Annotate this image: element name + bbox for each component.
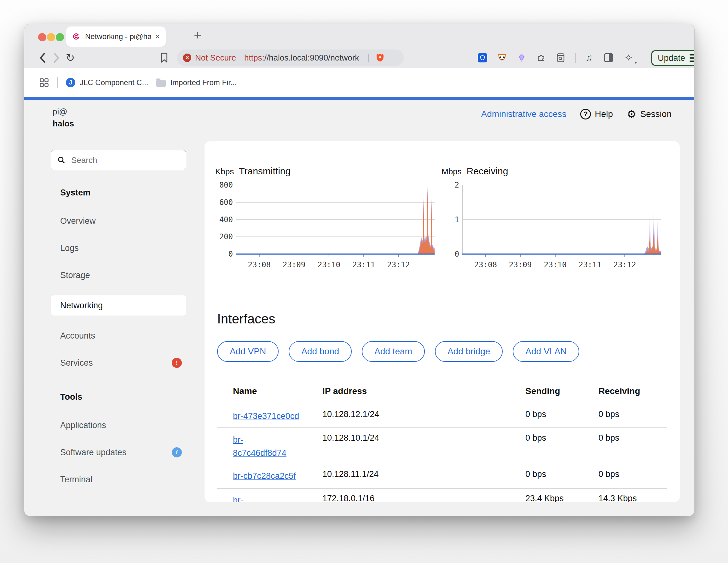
interface-link[interactable]: br-cb7c28ca2c5f xyxy=(233,471,296,481)
add-vpn-button[interactable]: Add VPN xyxy=(217,341,279,362)
x-tick-label: 23:11 xyxy=(579,260,601,269)
bookmark-jlc[interactable]: J JLC Component C... xyxy=(66,78,148,87)
browser-window: Networking - pi@halos × + ↻ ✕ Not Secure… xyxy=(24,24,695,516)
bookmarks-bar: J JLC Component C... Imported From Fir..… xyxy=(24,68,694,97)
interface-name-cell: br-8c7c46df8d74 xyxy=(233,433,322,460)
sidebar-item-label: Accounts xyxy=(60,331,95,341)
table-header-row: NameIP addressSendingReceiving xyxy=(217,382,667,404)
bookmark-label: Imported From Fir... xyxy=(170,78,237,87)
networking-panel: Kbps Transmitting 020040060080023:0823:0… xyxy=(205,141,680,502)
x-tick-label: 23:09 xyxy=(283,260,305,269)
receiving-chart-title: Mbps Receiving xyxy=(442,166,508,177)
help-icon: ? xyxy=(580,109,591,119)
sidebar-search[interactable] xyxy=(51,150,186,170)
gem-extension-icon[interactable] xyxy=(515,51,529,65)
sidebar-item-terminal[interactable]: Terminal xyxy=(51,469,186,490)
add-bridge-button[interactable]: Add bridge xyxy=(435,341,503,362)
sidebar-item-label: Networking xyxy=(60,301,103,311)
bookmark-label: JLC Component C... xyxy=(80,78,148,87)
maximize-window-button[interactable] xyxy=(56,33,64,41)
sidebar-item-storage[interactable]: Storage xyxy=(51,265,186,285)
gear-icon: ⚙ xyxy=(627,109,636,119)
sidebar-item-software-updates[interactable]: Software updatesi xyxy=(51,442,186,462)
forward-icon[interactable] xyxy=(49,49,63,67)
host-user: pi@ xyxy=(53,106,74,118)
receiving-cell: 0 bps xyxy=(598,469,667,479)
update-button[interactable]: Update xyxy=(651,50,695,66)
minimize-window-button[interactable] xyxy=(47,33,55,41)
x-tick-label: 23:10 xyxy=(318,260,340,269)
x-tick-label: 23:12 xyxy=(613,260,636,269)
tab-close-icon[interactable]: × xyxy=(155,32,160,41)
masthead-actions: Administrative access ? Help ⚙ Session xyxy=(481,109,672,119)
administrative-access-link[interactable]: Administrative access xyxy=(481,109,567,119)
new-tab-button[interactable]: + xyxy=(194,28,202,43)
interface-link[interactable]: br-8c7c46df8d74 xyxy=(233,433,290,460)
apps-grid-icon[interactable] xyxy=(39,78,49,87)
ip-address-cell: 10.128.10.1/24 xyxy=(322,433,525,443)
sidebar-panel-icon[interactable] xyxy=(602,51,615,65)
y-tick-label: 200 xyxy=(219,232,233,241)
sidebar-item-services[interactable]: Services! xyxy=(51,353,186,373)
sidebar-sections: SystemOverviewLogsStorageNetworkingAccou… xyxy=(51,186,186,490)
series-receive-total xyxy=(462,210,661,254)
receiving-cell: 14.3 Kbps xyxy=(598,494,667,502)
sidebar-item-label: Storage xyxy=(60,270,90,280)
page-search-extension-icon[interactable] xyxy=(554,51,568,65)
address-bar[interactable]: ✕ Not Secure https://halos.local:9090/ne… xyxy=(177,49,404,66)
sidebar-item-logs[interactable]: Logs xyxy=(51,238,186,258)
sidebar-item-applications[interactable]: Applications xyxy=(51,415,186,435)
column-header: IP address xyxy=(322,386,525,396)
toolbar-divider xyxy=(575,53,576,63)
host-block: pi@ halos xyxy=(53,106,74,130)
ip-address-cell: 10.128.12.1/24 xyxy=(322,409,525,419)
cockpit-page: pi@ halos Administrative access ? Help ⚙… xyxy=(24,100,694,516)
browser-titlebar: Networking - pi@halos × + xyxy=(24,24,694,48)
privacy-badger-extension-icon[interactable] xyxy=(495,51,509,65)
sidebar-item-accounts[interactable]: Accounts xyxy=(51,326,186,346)
help-menu[interactable]: ? Help xyxy=(580,109,613,119)
bookmark-icon[interactable] xyxy=(157,49,171,67)
leo-ai-sparkle-icon[interactable]: ✧ xyxy=(622,51,636,65)
y-tick-label: 400 xyxy=(219,215,233,224)
session-menu[interactable]: ⚙ Session xyxy=(627,109,672,119)
sending-cell: 0 bps xyxy=(525,433,598,443)
ip-address-cell: 172.18.0.1/16 xyxy=(322,494,525,502)
table-row: br-cb7c28ca2c5f10.128.11.1/240 bps0 bps xyxy=(217,464,667,488)
folder-icon xyxy=(156,80,166,87)
close-window-button[interactable] xyxy=(38,33,46,41)
back-icon[interactable] xyxy=(36,49,49,67)
x-tick-label: 23:11 xyxy=(352,260,375,269)
y-tick-label: 0 xyxy=(228,250,233,258)
brave-shield-icon[interactable] xyxy=(375,53,385,62)
column-header: Receiving xyxy=(598,386,667,396)
sending-cell: 0 bps xyxy=(525,409,598,419)
transmitting-unit: Kbps xyxy=(215,167,234,177)
add-bond-button[interactable]: Add bond xyxy=(289,341,352,362)
sidebar-item-label: Software updates xyxy=(60,448,126,457)
add-team-button[interactable]: Add team xyxy=(362,341,425,362)
search-input[interactable] xyxy=(71,155,180,165)
sidebar-item-networking[interactable]: Networking xyxy=(51,295,186,316)
bookmark-imported-folder[interactable]: Imported From Fir... xyxy=(156,78,237,87)
x-tick-label: 23:09 xyxy=(509,260,532,269)
sidebar-item-overview[interactable]: Overview xyxy=(51,211,186,231)
url-text: https://halos.local:9090/network xyxy=(244,53,359,63)
sidebar-item-label: Overview xyxy=(60,216,96,226)
browser-tab[interactable]: Networking - pi@halos × xyxy=(66,26,166,47)
not-secure-label: Not Secure xyxy=(195,53,236,63)
extensions-puzzle-icon[interactable] xyxy=(534,51,548,65)
x-tick-label: 23:08 xyxy=(248,260,271,269)
bookmarks-divider xyxy=(57,77,58,88)
info-badge: i xyxy=(172,447,182,457)
reload-icon[interactable]: ↻ xyxy=(63,49,78,67)
interface-link[interactable]: br- xyxy=(233,494,243,502)
host-name: halos xyxy=(53,118,74,130)
address-bar-divider: | xyxy=(367,53,369,63)
interface-link[interactable]: br-473e371ce0cd xyxy=(233,411,299,421)
bitwarden-extension-icon[interactable] xyxy=(476,51,489,65)
music-note-icon[interactable]: ♫ xyxy=(582,51,596,65)
desktop-background: Networking - pi@halos × + ↻ ✕ Not Secure… xyxy=(0,0,728,563)
add-vlan-button[interactable]: Add VLAN xyxy=(513,341,579,362)
interface-actions: Add VPNAdd bondAdd teamAdd bridgeAdd VLA… xyxy=(217,341,579,362)
